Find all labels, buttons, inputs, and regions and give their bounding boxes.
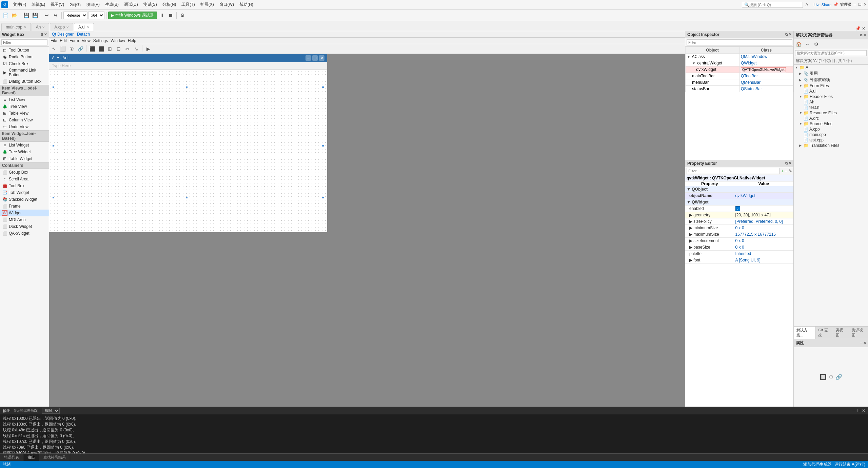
prop-icon-1[interactable]: 🔲 (820, 374, 827, 380)
canvas-inner[interactable] (49, 70, 327, 232)
se-arrow-sourcefiles[interactable]: ▼ (799, 122, 803, 125)
se-search-input[interactable] (795, 50, 867, 56)
form-menu-form[interactable]: Form (70, 38, 79, 43)
se-item-ah[interactable]: 📄 Ah (794, 99, 868, 105)
obj-filter-input[interactable] (687, 39, 792, 45)
close-tab-a-ui[interactable]: ✕ (87, 25, 90, 29)
obj-row-menubar[interactable]: menuBar QMenuBar (686, 79, 793, 86)
qt-designer-detach[interactable]: Detach (77, 32, 90, 37)
widget-item-tool-box[interactable]: 🧰 Tool Box (0, 182, 49, 189)
prop-row-objectname[interactable]: objectName qvtkWidget (685, 193, 793, 199)
widget-item-command-link[interactable]: ▶ Command Link Button (0, 67, 49, 78)
se-settings-btn[interactable]: ⚙ (812, 40, 820, 48)
close-tab-a-cpp[interactable]: ✕ (66, 25, 69, 29)
menu-git[interactable]: Git(G) (67, 2, 83, 8)
handle-mr[interactable] (322, 145, 324, 147)
widget-item-widget[interactable]: W Widget (0, 210, 49, 216)
tab-close-icon[interactable]: ✕ (862, 26, 865, 31)
prop-value-basesize[interactable]: 0 x 0 (734, 244, 793, 251)
menu-test[interactable]: 测试(S) (141, 1, 160, 8)
menu-search-box[interactable]: 🔍 (742, 2, 803, 8)
handle-ml[interactable] (53, 145, 54, 147)
prop-add-btn[interactable]: + (781, 168, 784, 174)
handle-tm[interactable] (186, 86, 188, 88)
widget-item-tool-button[interactable]: ◻ Tool Button (0, 47, 49, 54)
prop-expand-maxsize[interactable]: ▶ (689, 232, 693, 237)
canvas-body[interactable] (49, 70, 327, 259)
widget-item-tree-view[interactable]: 🌲 Tree View (0, 103, 49, 110)
design-canvas-wrapper[interactable]: A A - Aui ─ ☐ ✕ Type Here (49, 54, 685, 407)
tab-main-cpp[interactable]: main.cpp ✕ (1, 23, 31, 31)
widget-item-scroll-area[interactable]: ↕ Scroll Area (0, 176, 49, 182)
se-arrow-translationfiles[interactable]: ▶ (799, 144, 803, 147)
handle-br[interactable] (322, 197, 324, 198)
prop-value-sizepolicy[interactable]: [Preferred, Preferred, 0, 0] (734, 218, 793, 225)
prop-expand-sizepolicy[interactable]: ▶ (689, 219, 693, 224)
prop-value-maxsize[interactable]: 16777215 x 16777215 (734, 231, 793, 238)
se-arrow-formfiles[interactable]: ▼ (799, 84, 803, 87)
se-tab-resource[interactable]: 资源视图 (849, 327, 868, 339)
form-menu-view[interactable]: View (82, 38, 91, 43)
close-tab-ah[interactable]: ✕ (42, 25, 45, 29)
prop-expand-basesize[interactable]: ▶ (689, 245, 693, 250)
buddy-tool[interactable]: 🔗 (76, 45, 84, 53)
maximize-btn[interactable]: ☐ (858, 2, 862, 7)
canvas-close-btn[interactable]: ✕ (319, 55, 324, 61)
prop-value-sizeincr[interactable]: 0 x 0 (734, 238, 793, 244)
output-minimize-btn[interactable]: ─ (852, 408, 855, 413)
prop-expand-sizeincr[interactable]: ▶ (689, 238, 693, 243)
widget-item-tree-widget[interactable]: 🌲 Tree Widget (0, 149, 49, 155)
se-item-acpp[interactable]: 📄 A.cpp (794, 126, 868, 132)
prop-row-geometry[interactable]: ▶ geometry [20, 20], 1091 x 471 (685, 212, 793, 218)
widget-item-undo-view[interactable]: ↩ Undo View (0, 123, 49, 130)
se-item-aui[interactable]: 📄 A.ui (794, 89, 868, 94)
obj-row-statusbar[interactable]: statusBar QStatusBar (686, 86, 793, 92)
widget-item-radio-button[interactable]: ◉ Radio Button (0, 54, 49, 60)
se-item-resourcefiles[interactable]: ▼ 📁 Resource Files (794, 110, 868, 116)
arch-select[interactable]: x64 (88, 12, 104, 19)
prop-expand-font[interactable]: ▶ (689, 258, 693, 262)
tab-order-tool[interactable]: ① (67, 45, 76, 53)
se-item-maincpp[interactable]: 📄 main.cpp (794, 132, 868, 137)
open-file-btn[interactable]: 📂 (10, 11, 18, 19)
widget-item-mdi-area[interactable]: ⬜ MDI Area (0, 216, 49, 223)
enabled-checkbox[interactable]: ✓ (735, 206, 740, 211)
output-source-select[interactable]: 调试 (42, 408, 60, 414)
prop-expand-minsize[interactable]: ▶ (689, 226, 693, 230)
redo-btn[interactable]: ↪ (52, 11, 60, 19)
break-layout-btn[interactable]: ✂ (123, 45, 132, 53)
pause-btn[interactable]: ⏸ (158, 11, 166, 19)
menu-edit[interactable]: 编辑(E) (29, 1, 48, 8)
prop-row-palette[interactable]: palette Inherited (685, 251, 793, 257)
menu-tools[interactable]: 工具(T) (179, 1, 197, 8)
tab-a-cpp[interactable]: A.cpp ✕ (50, 23, 73, 31)
output-close-btn[interactable]: ✕ (862, 408, 865, 413)
adjust-size-btn[interactable]: ⤡ (132, 45, 140, 53)
handle-tl[interactable] (53, 86, 54, 88)
v-layout-btn[interactable]: ⬛ (97, 45, 105, 53)
menu-build[interactable]: 生成(B) (102, 1, 121, 8)
widget-box-float-btn[interactable]: ⧉ (41, 33, 43, 37)
widget-item-stacked-widget[interactable]: 📚 Stacked Widget (0, 196, 49, 203)
se-item-sourcefiles[interactable]: ▼ 📁 Source Files (794, 121, 868, 126)
form-menu-edit[interactable]: Edit (60, 38, 67, 43)
output-expand-btn[interactable]: ☐ (857, 408, 861, 413)
prop-minus-btn[interactable]: – (785, 169, 787, 173)
se-item-translationfiles[interactable]: ▶ 📁 Translation Files (794, 143, 868, 148)
minimize-btn[interactable]: ─ (853, 3, 856, 7)
se-item-formfiles[interactable]: ▼ 📁 Form Files (794, 83, 868, 89)
undo-btn[interactable]: ↩ (43, 11, 51, 19)
widget-item-dock-widget[interactable]: ⬜ Dock Widget (0, 223, 49, 230)
obj-row-maintoolbar[interactable]: mainToolBar QToolBar (686, 73, 793, 79)
prop-right-close-btn[interactable]: ✕ (863, 341, 866, 345)
pointer-tool[interactable]: ↖ (50, 45, 58, 53)
se-item-waibuyilai[interactable]: ▶ 📎 外部依赖项 (794, 77, 868, 83)
run-btn[interactable]: ▶ 本地 Windows 调试器 (108, 12, 157, 19)
widget-tool[interactable]: ⬜ (59, 45, 67, 53)
pin-icon[interactable]: 📌 (833, 2, 838, 7)
menu-project[interactable]: 项目(P) (83, 1, 102, 8)
se-home-btn[interactable]: 🏠 (794, 40, 803, 48)
handle-tr[interactable] (322, 86, 324, 88)
form-menu-file[interactable]: File (51, 38, 57, 43)
prop-value-minsize[interactable]: 0 x 0 (734, 225, 793, 231)
